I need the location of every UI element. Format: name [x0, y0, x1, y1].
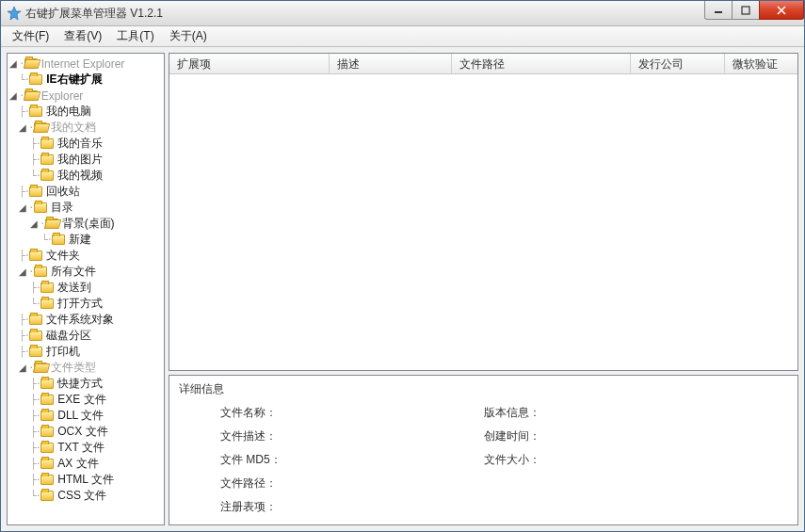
tree-node-my-vids[interactable]: └· 我的视频 [8, 168, 164, 184]
tree-node-new[interactable]: └· 新建 [8, 232, 164, 248]
folder-open-icon [45, 218, 58, 229]
list-panel[interactable]: 扩展项 描述 文件路径 发行公司 微软验证 [169, 53, 798, 371]
titlebar[interactable]: 右键扩展菜单管理器 V1.2.1 [1, 1, 804, 26]
detail-file-path: 文件路径： [220, 476, 484, 492]
menubar: 文件(F) 查看(V) 工具(T) 关于(A) [1, 26, 804, 47]
menu-view[interactable]: 查看(V) [56, 26, 109, 46]
collapse-icon[interactable]: ◢ [17, 266, 28, 277]
tree-node-my-music[interactable]: ├· 我的音乐 [8, 136, 164, 152]
folder-icon [29, 250, 42, 261]
folder-icon [40, 138, 54, 149]
tree-node-ax[interactable]: ├· AX 文件 [8, 456, 164, 472]
window-controls [705, 1, 804, 25]
detail-title: 详细信息 [179, 381, 788, 397]
folder-icon [40, 427, 54, 437]
tree-node-my-docs[interactable]: ◢· 我的文档 [8, 120, 164, 136]
folder-open-icon [34, 122, 47, 133]
collapse-icon[interactable]: ◢ [8, 90, 19, 101]
detail-size: 文件大小： [484, 452, 540, 468]
menu-tools[interactable]: 工具(T) [109, 26, 161, 46]
collapse-icon[interactable]: ◢ [28, 218, 40, 229]
folder-icon [40, 491, 54, 501]
detail-file-desc: 文件描述： [220, 428, 484, 444]
content-area: ◢ · Internet Explorer └· IE右键扩展 ◢ · [1, 47, 804, 531]
maximize-button[interactable] [732, 1, 760, 20]
tree-node-open-with[interactable]: └· 打开方式 [8, 296, 164, 312]
folder-icon [29, 186, 42, 197]
tree-node-printer[interactable]: ├· 打印机 [8, 344, 164, 360]
folder-icon [40, 443, 54, 453]
tree-node-html[interactable]: ├· HTML 文件 [8, 472, 164, 488]
folder-icon [40, 170, 54, 181]
folder-icon [29, 347, 42, 357]
folder-icon [40, 475, 54, 485]
tree-node-shortcut[interactable]: ├· 快捷方式 [8, 376, 164, 392]
tree-node-my-computer[interactable]: ├· 我的电脑 [8, 104, 164, 120]
col-desc[interactable]: 描述 [330, 54, 452, 73]
folder-icon [40, 379, 54, 389]
tree-node-all-files[interactable]: ◢· 所有文件 [8, 264, 164, 280]
close-button[interactable] [759, 1, 804, 20]
tree-node-dll[interactable]: ├· DLL 文件 [8, 408, 164, 424]
detail-created: 创建时间： [484, 428, 540, 444]
folder-icon [40, 459, 54, 469]
folder-open-icon [24, 58, 38, 69]
tree-node-send-to[interactable]: ├· 发送到 [8, 280, 164, 296]
collapse-icon[interactable]: ◢ [17, 363, 28, 373]
detail-panel: 详细信息 文件名称： 文件描述： 文件 MD5： 文件路径： 注册表项： 版本信… [169, 375, 798, 525]
folder-icon [34, 266, 47, 277]
folder-icon [40, 411, 54, 421]
collapse-icon[interactable]: ◢ [17, 202, 28, 213]
menu-about[interactable]: 关于(A) [162, 26, 215, 46]
tree-node-ocx[interactable]: ├· OCX 文件 [8, 424, 164, 440]
svg-marker-0 [8, 7, 21, 20]
tree-node-recycle[interactable]: ├· 回收站 [8, 184, 164, 200]
collapse-icon[interactable]: ◢ [17, 122, 28, 133]
tree-node-disk-part[interactable]: ├· 磁盘分区 [8, 328, 164, 344]
tree-panel[interactable]: ◢ · Internet Explorer └· IE右键扩展 ◢ · [7, 53, 165, 525]
tree-node-directory[interactable]: ◢· 目录 [8, 200, 164, 216]
folder-open-icon [34, 363, 47, 373]
menu-file[interactable]: 文件(F) [5, 26, 56, 46]
app-icon [7, 6, 22, 21]
folder-icon [52, 234, 65, 245]
folder-icon [40, 298, 54, 309]
detail-file-md5: 文件 MD5： [220, 452, 484, 468]
tree-node-ie[interactable]: ◢ · Internet Explorer [8, 56, 164, 72]
svg-rect-1 [715, 11, 722, 13]
detail-file-name: 文件名称： [220, 405, 484, 421]
folder-open-icon [24, 90, 38, 101]
minimize-button[interactable] [704, 1, 733, 20]
list-body[interactable] [169, 74, 797, 370]
folder-icon [34, 202, 47, 213]
tree-node-explorer[interactable]: ◢ · Explorer [8, 88, 164, 104]
column-headers: 扩展项 描述 文件路径 发行公司 微软验证 [169, 54, 797, 74]
folder-icon [40, 395, 54, 405]
tree-node-exe[interactable]: ├· EXE 文件 [8, 392, 164, 408]
col-publisher[interactable]: 发行公司 [631, 54, 725, 73]
tree-node-background[interactable]: ◢· 背景(桌面) [8, 216, 164, 232]
detail-reg-key: 注册表项： [220, 499, 484, 515]
app-window: 右键扩展菜单管理器 V1.2.1 文件(F) 查看(V) 工具(T) 关于(A)… [0, 0, 805, 532]
folder-icon [29, 74, 42, 85]
folder-icon [40, 154, 54, 165]
window-title: 右键扩展菜单管理器 V1.2.1 [25, 6, 163, 22]
tree-node-ie-ext[interactable]: └· IE右键扩展 [8, 72, 164, 88]
col-path[interactable]: 文件路径 [452, 54, 631, 73]
col-verified[interactable]: 微软验证 [725, 54, 797, 73]
folder-icon [29, 330, 42, 341]
tree-node-fs-objects[interactable]: ├· 文件系统对象 [8, 312, 164, 328]
collapse-icon[interactable]: ◢ [8, 58, 19, 69]
col-ext[interactable]: 扩展项 [169, 54, 330, 73]
folder-icon [29, 106, 42, 117]
detail-version: 版本信息： [484, 405, 540, 421]
tree-node-file-types[interactable]: ◢· 文件类型 [8, 360, 164, 376]
folder-icon [29, 314, 42, 325]
tree-node-css[interactable]: └· CSS 文件 [8, 488, 164, 504]
tree-node-txt[interactable]: ├· TXT 文件 [8, 440, 164, 456]
tree-node-my-pics[interactable]: ├· 我的图片 [8, 152, 164, 168]
right-side: 扩展项 描述 文件路径 发行公司 微软验证 详细信息 文件名称： 文件描述： 文… [169, 53, 798, 525]
folder-icon [40, 282, 54, 293]
tree-node-folder[interactable]: ├· 文件夹 [8, 248, 164, 264]
svg-rect-2 [742, 7, 749, 14]
